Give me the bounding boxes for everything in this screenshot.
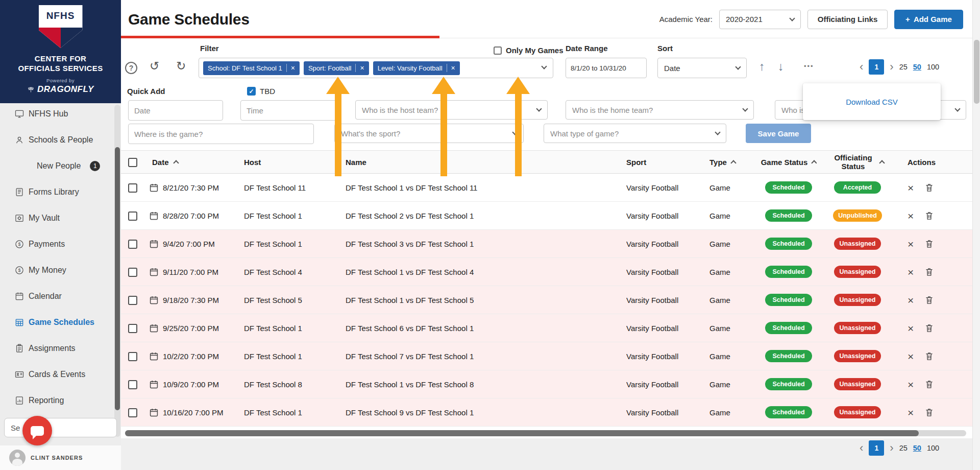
delete-game-icon[interactable] <box>924 210 935 221</box>
date-range-input[interactable] <box>566 58 647 78</box>
column-header-date[interactable]: Date <box>145 158 244 167</box>
sidebar-search-input[interactable]: Se <box>4 418 117 437</box>
sport-select[interactable]: What's the sport? <box>334 124 524 143</box>
home-team-select[interactable]: Who is the home team? <box>566 100 754 120</box>
sidebar-item-schools-people[interactable]: Schools & People <box>0 127 121 153</box>
sidebar-item-reporting[interactable]: Reporting <box>0 387 121 413</box>
row-checkbox[interactable] <box>128 324 137 333</box>
refresh-icon[interactable]: ↻ <box>176 60 186 72</box>
cancel-game-icon[interactable]: × <box>908 267 914 277</box>
row-checkbox[interactable] <box>128 212 137 221</box>
delete-game-icon[interactable] <box>924 323 935 334</box>
row-checkbox[interactable] <box>128 240 137 249</box>
sidebar-item-label: NFHS Hub <box>29 109 68 119</box>
academic-year-select[interactable]: 2020-2021 <box>719 10 801 29</box>
page-size-100[interactable]: 100 <box>927 63 939 71</box>
page-size-100[interactable]: 100 <box>927 444 939 452</box>
row-checkbox[interactable] <box>128 380 137 389</box>
sort-descending-icon[interactable]: ↓ <box>778 61 784 73</box>
pagination-next-button[interactable]: › <box>890 61 893 73</box>
delete-game-icon[interactable] <box>924 379 935 390</box>
row-checkbox[interactable] <box>128 268 137 277</box>
column-header-type[interactable]: Type <box>709 158 761 167</box>
game-location-input[interactable] <box>128 124 314 144</box>
sidebar-item-my-money[interactable]: My Money <box>0 257 121 283</box>
page-size-25[interactable]: 25 <box>899 444 908 452</box>
save-game-button[interactable]: Save Game <box>746 124 811 143</box>
sidebar-scrollbar-thumb[interactable] <box>115 147 120 410</box>
cancel-game-icon[interactable]: × <box>908 323 914 334</box>
download-csv-menu-item[interactable]: Download CSV <box>846 98 898 106</box>
help-icon[interactable]: ? <box>125 62 137 74</box>
tbd-checkbox[interactable]: ✓ <box>247 87 256 96</box>
game-date: 8/21/20 7:30 PM <box>163 183 219 192</box>
game-type-select[interactable]: What type of game? <box>544 124 726 143</box>
delete-game-icon[interactable] <box>924 351 935 362</box>
cancel-game-icon[interactable]: × <box>908 182 914 193</box>
cancel-game-icon[interactable]: × <box>908 407 914 418</box>
sidebar-item-payments[interactable]: Payments <box>0 231 121 257</box>
main-content: Game Schedules Academic Year: 2020-2021 … <box>121 0 972 470</box>
row-checkbox[interactable] <box>128 296 137 305</box>
cancel-game-icon[interactable]: × <box>908 210 914 221</box>
delete-game-icon[interactable] <box>924 295 935 306</box>
delete-game-icon[interactable] <box>924 182 935 193</box>
remove-chip-icon[interactable]: × <box>447 64 455 72</box>
chat-launcher-button[interactable] <box>22 416 52 445</box>
sidebar-item-game-schedules[interactable]: Game Schedules <box>0 309 121 335</box>
filter-chip-school[interactable]: School: DF Test School 1 × <box>203 61 300 75</box>
table-row: 9/11/20 7:00 PM DF Test School 4 DF Test… <box>121 258 972 286</box>
game-sport: Varsity Football <box>626 240 709 248</box>
sort-ascending-icon[interactable]: ↑ <box>759 61 765 73</box>
cancel-game-icon[interactable]: × <box>908 379 914 390</box>
pagination-current-page[interactable]: 1 <box>869 59 884 75</box>
cancel-game-icon[interactable]: × <box>908 295 914 306</box>
table-header: Date Host Name Sport Type Game Status Of… <box>121 150 972 174</box>
select-all-checkbox[interactable] <box>128 158 137 167</box>
column-header-game-status[interactable]: Game Status <box>761 158 817 167</box>
page-size-50[interactable]: 50 <box>913 63 921 71</box>
row-checkbox[interactable] <box>128 408 137 417</box>
page-size-50[interactable]: 50 <box>913 444 921 452</box>
sidebar-item-cards-events[interactable]: Cards & Events <box>0 361 121 387</box>
only-my-games-toggle[interactable]: Only My Games <box>494 46 564 55</box>
pagination-next-button[interactable]: › <box>890 442 893 454</box>
officiating-links-button[interactable]: Officiating Links <box>807 10 888 29</box>
filter-combobox[interactable]: School: DF Test School 1 × Sport: Footba… <box>199 58 553 78</box>
sidebar-item-assignments[interactable]: Assignments <box>0 335 121 361</box>
cancel-game-icon[interactable]: × <box>908 351 914 362</box>
delete-game-icon[interactable] <box>924 407 935 418</box>
sidebar-item-forms-library[interactable]: Forms Library <box>0 179 121 205</box>
pagination-prev-button[interactable]: ‹ <box>860 442 863 454</box>
row-checkbox[interactable] <box>128 352 137 361</box>
calendar-icon <box>150 408 158 417</box>
filter-chip-sport[interactable]: Sport: Football × <box>304 61 369 75</box>
filter-chip-level[interactable]: Level: Varsity Football × <box>373 61 460 75</box>
delete-game-icon[interactable] <box>924 239 935 249</box>
vertical-scrollbar-thumb[interactable] <box>974 40 979 104</box>
quick-add-time-input[interactable] <box>240 100 337 121</box>
sidebar-item-nfhs-hub[interactable]: NFHS Hub <box>0 101 121 127</box>
page-size-25[interactable]: 25 <box>899 63 908 71</box>
quick-add-date-input[interactable] <box>128 100 223 121</box>
remove-chip-icon[interactable]: × <box>286 64 295 72</box>
sort-select[interactable]: Date <box>657 58 747 78</box>
delete-game-icon[interactable] <box>924 267 935 277</box>
pagination-current-page[interactable]: 1 <box>869 440 884 456</box>
only-my-games-checkbox[interactable] <box>494 46 502 55</box>
sidebar-item-new-people[interactable]: New People 1 <box>0 153 121 179</box>
add-game-button[interactable]: + Add Game <box>894 10 963 29</box>
column-header-officiating-status[interactable]: Officiating Status <box>817 153 898 171</box>
user-row[interactable]: CLINT SANDERS <box>0 445 121 470</box>
remove-chip-icon[interactable]: × <box>355 64 364 72</box>
row-checkbox[interactable] <box>128 183 137 193</box>
sidebar-item-my-vault[interactable]: My Vault <box>0 205 121 231</box>
more-options-icon[interactable]: ••• <box>804 62 814 70</box>
host-team-select[interactable]: Who is the host team? <box>355 100 548 120</box>
pagination-prev-button[interactable]: ‹ <box>860 61 863 73</box>
history-icon[interactable]: ↺ <box>150 60 159 72</box>
sidebar-item-calendar[interactable]: Calendar <box>0 283 121 309</box>
tbd-toggle[interactable]: ✓ TBD <box>247 87 275 96</box>
horizontal-scrollbar-thumb[interactable] <box>125 430 919 436</box>
cancel-game-icon[interactable]: × <box>908 239 914 249</box>
